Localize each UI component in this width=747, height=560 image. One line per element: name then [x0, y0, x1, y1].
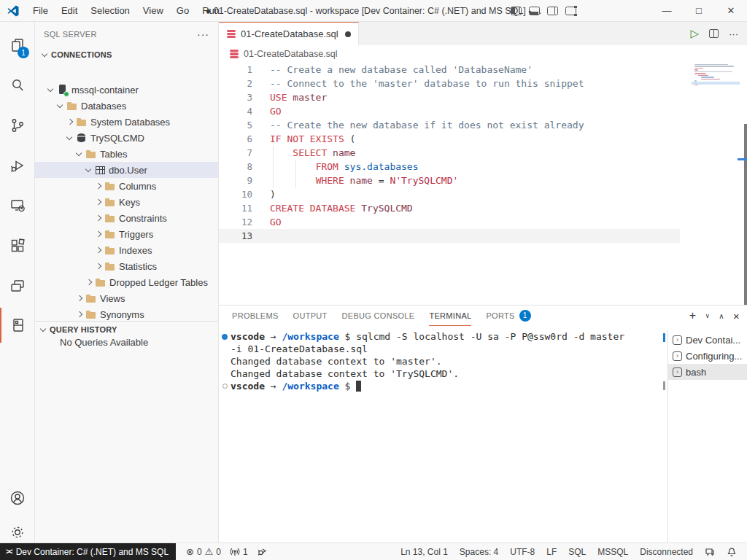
tree-item-constraints[interactable]: Constraints — [35, 210, 218, 226]
debug-status[interactable] — [252, 544, 271, 560]
toggle-panel-icon[interactable] — [529, 7, 540, 15]
tree-item-mssql-container[interactable]: mssql-container — [35, 82, 218, 98]
terminal-output[interactable]: vscode → /workspace $ sqlcmd -S localhos… — [219, 330, 667, 542]
windows-panels-icon[interactable] — [0, 268, 35, 303]
chevron-right-icon[interactable] — [64, 116, 76, 128]
chevron-right-icon[interactable] — [93, 260, 104, 272]
tree-item-system-databases[interactable]: System Databases — [35, 114, 218, 130]
chevron-right-icon[interactable] — [74, 292, 85, 304]
chevron-right-icon[interactable] — [74, 308, 85, 320]
source-control-icon[interactable] — [0, 108, 35, 143]
terminal-instance-bash[interactable]: ›bash — [668, 364, 747, 380]
run-query-button[interactable]: ▷ — [690, 27, 699, 40]
tab-terminal[interactable]: TERMINAL — [429, 306, 471, 326]
status-bar: >< Dev Container: C# (.NET) and MS SQL ⊗… — [0, 542, 747, 560]
menu-go[interactable]: Go — [171, 3, 195, 18]
menu-view[interactable]: View — [137, 3, 169, 18]
remote-explorer-icon[interactable] — [0, 188, 35, 223]
run-and-debug-icon[interactable] — [0, 148, 35, 183]
editor-tab-bar: 01-CreateDatabase.sql ▷ ··· — [219, 22, 747, 45]
tree-item-trysqlcmd[interactable]: TrySQLCMD — [35, 130, 218, 146]
toggle-sidebar-icon[interactable] — [511, 7, 522, 15]
maximize-panel-icon[interactable]: ∧ — [719, 312, 724, 320]
chevron-right-icon[interactable] — [93, 212, 104, 224]
chevron-down-icon[interactable] — [38, 324, 50, 335]
problems-status[interactable]: ⊗0 ⚠0 — [182, 544, 225, 560]
tab-ports[interactable]: PORTS1 — [486, 306, 530, 326]
tab-problems[interactable]: PROBLEMS — [232, 306, 279, 326]
encoding-status[interactable]: UTF-8 — [504, 544, 541, 560]
mssql-status[interactable]: MSSQL — [592, 544, 634, 560]
cursor-position-status[interactable]: Ln 13, Col 1 — [395, 544, 454, 560]
sql-file-icon — [229, 49, 239, 59]
account-icon[interactable] — [0, 481, 35, 516]
tree-item-tables[interactable]: Tables — [35, 146, 218, 162]
chevron-right-icon[interactable] — [83, 276, 95, 288]
tree-item-statistics[interactable]: Statistics — [35, 258, 218, 274]
sidebar-more-actions[interactable]: ··· — [197, 28, 209, 40]
tree-item-views[interactable]: Views — [35, 290, 218, 306]
chevron-right-icon[interactable] — [93, 228, 104, 240]
explorer-icon[interactable]: 1 — [0, 28, 35, 63]
new-terminal-button[interactable]: + — [689, 309, 697, 322]
tree-item-keys[interactable]: Keys — [35, 194, 218, 210]
indentation-status[interactable]: Spaces: 4 — [454, 544, 504, 560]
terminal-instance-configuring[interactable]: ›Configuring... — [668, 348, 747, 364]
search-icon[interactable] — [0, 68, 35, 103]
menu-selection[interactable]: Selection — [85, 3, 135, 18]
close-panel-icon[interactable]: × — [733, 310, 740, 322]
ports-status[interactable]: 1 — [225, 544, 252, 560]
remote-indicator[interactable]: >< Dev Container: C# (.NET) and MS SQL — [0, 543, 176, 560]
tree-item-synonyms[interactable]: Synonyms — [35, 306, 218, 321]
code-line: 3USE master — [219, 90, 747, 104]
tree-item-triggers[interactable]: Triggers — [35, 226, 218, 242]
code-line-current: 13 — [219, 229, 680, 243]
chevron-down-icon[interactable] — [45, 84, 57, 96]
tree-item-dropped-ledger-tables[interactable]: Dropped Ledger Tables — [35, 274, 218, 290]
menu-file[interactable]: File — [27, 3, 54, 18]
mssql-extension-icon[interactable] — [0, 308, 35, 343]
chevron-down-icon[interactable] — [64, 132, 76, 144]
terminal-instance-dev-container[interactable]: ›Dev Contai... — [668, 332, 747, 348]
tree-item-databases[interactable]: Databases — [35, 98, 218, 114]
eol-status[interactable]: LF — [541, 544, 562, 560]
minimap[interactable] — [694, 64, 737, 86]
maximize-button[interactable]: □ — [683, 0, 715, 21]
tab-debug-console[interactable]: DEBUG CONSOLE — [342, 306, 415, 326]
feedback-status[interactable] — [699, 544, 721, 560]
tree-item-indexes[interactable]: Indexes — [35, 242, 218, 258]
dirty-indicator-icon[interactable] — [345, 31, 351, 37]
chevron-right-icon[interactable] — [93, 244, 104, 256]
chevron-down-icon[interactable] — [83, 164, 95, 176]
notifications-status[interactable] — [721, 544, 743, 560]
code-line: 2-- Connect to the 'master' database to … — [219, 77, 747, 90]
code-line: 10) — [219, 187, 747, 201]
tree-item-columns[interactable]: Columns — [35, 178, 218, 194]
editor-more-actions[interactable]: ··· — [729, 28, 738, 39]
language-mode-status[interactable]: SQL — [562, 544, 592, 560]
close-button[interactable]: ✕ — [715, 0, 747, 21]
tree-item-dbo-user[interactable]: dbo.User — [35, 162, 218, 178]
extensions-icon[interactable] — [0, 228, 35, 263]
connection-status[interactable]: Disconnected — [634, 544, 699, 560]
folder-icon — [85, 308, 97, 320]
terminal-dropdown-icon[interactable]: ∨ — [705, 312, 710, 319]
tab-output[interactable]: OUTPUT — [293, 306, 328, 326]
chevron-right-icon[interactable] — [93, 196, 104, 208]
code-editor[interactable]: 1-- Create a new database called 'Databa… — [219, 63, 747, 305]
menu-edit[interactable]: Edit — [55, 3, 83, 18]
chevron-down-icon[interactable] — [39, 49, 51, 61]
query-history-section-header[interactable]: QUERY HISTORY — [35, 321, 218, 337]
connections-section-header[interactable]: CONNECTIONS — [35, 47, 218, 63]
chevron-right-icon[interactable] — [93, 180, 104, 192]
tab-01-createdatabase-sql[interactable]: 01-CreateDatabase.sql — [219, 22, 359, 45]
chevron-down-icon[interactable] — [55, 100, 66, 112]
minimize-button[interactable]: — — [651, 0, 683, 21]
breadcrumb[interactable]: 01-CreateDatabase.sql — [219, 45, 747, 63]
command-success-decoration-icon[interactable] — [222, 334, 228, 340]
scrollbar-thumb[interactable] — [744, 124, 747, 324]
toggle-secondary-sidebar-icon[interactable] — [547, 7, 558, 15]
customize-layout-icon[interactable] — [565, 7, 576, 15]
chevron-down-icon[interactable] — [74, 148, 85, 160]
split-editor-icon[interactable] — [709, 29, 719, 38]
